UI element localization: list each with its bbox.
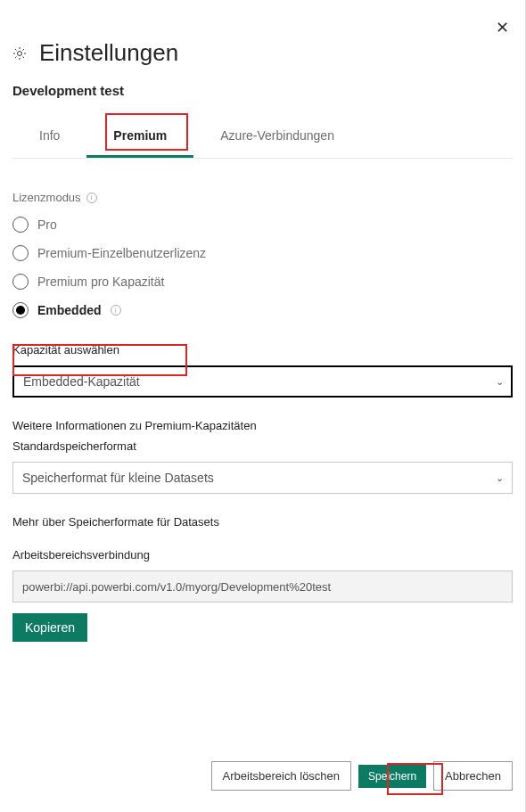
connection-input[interactable] bbox=[12, 570, 513, 603]
storage-more-link[interactable]: Mehr über Speicherformate für Datasets bbox=[12, 515, 513, 529]
dialog-footer: Arbeitsbereich löschen Speichern Abbrech… bbox=[211, 761, 513, 791]
svg-point-0 bbox=[18, 51, 22, 55]
cancel-button[interactable]: Abbrechen bbox=[433, 761, 513, 791]
premium-info-link[interactable]: Weitere Informationen zu Premium-Kapazit… bbox=[12, 419, 513, 432]
radio-icon bbox=[12, 302, 29, 318]
tab-bar: Info Premium Azure-Verbindungen bbox=[12, 119, 513, 159]
gear-icon bbox=[12, 46, 27, 61]
info-icon[interactable]: i bbox=[111, 305, 121, 316]
radio-icon bbox=[12, 274, 29, 290]
license-radio-group: Pro Premium-Einzelbenutzerlizenz Premium… bbox=[12, 217, 513, 318]
radio-icon bbox=[12, 245, 29, 261]
connection-label: Arbeitsbereichsverbindung bbox=[12, 548, 513, 562]
storage-label: Standardspeicherformat bbox=[12, 439, 513, 453]
capacity-select[interactable]: Embedded-Kapazität bbox=[12, 365, 513, 398]
dialog-header: Einstellungen Development test Info Prem… bbox=[0, 0, 525, 159]
radio-label: Premium pro Kapazität bbox=[37, 275, 164, 289]
radio-pro[interactable]: Pro bbox=[12, 217, 513, 233]
page-title: Einstellungen bbox=[39, 39, 178, 67]
radio-icon bbox=[12, 217, 29, 233]
radio-ppu[interactable]: Premium-Einzelbenutzerlizenz bbox=[12, 245, 513, 261]
radio-embedded[interactable]: Embedded i bbox=[12, 302, 513, 318]
tab-premium[interactable]: Premium bbox=[86, 119, 193, 158]
license-mode-label: Lizenzmodus bbox=[12, 191, 81, 204]
tab-azure[interactable]: Azure-Verbindungen bbox=[193, 119, 361, 158]
delete-workspace-button[interactable]: Arbeitsbereich löschen bbox=[211, 761, 352, 791]
info-icon[interactable]: i bbox=[86, 193, 97, 203]
storage-select[interactable]: Speicherformat für kleine Datasets bbox=[12, 462, 513, 494]
radio-ppc[interactable]: Premium pro Kapazität bbox=[12, 274, 513, 290]
settings-content: Lizenzmodus i Pro Premium-Einzelbenutzer… bbox=[0, 159, 525, 642]
save-button[interactable]: Speichern bbox=[358, 765, 426, 788]
workspace-name: Development test bbox=[12, 83, 513, 98]
copy-button[interactable]: Kopieren bbox=[12, 613, 87, 642]
close-button[interactable]: ✕ bbox=[496, 18, 509, 37]
tab-info[interactable]: Info bbox=[12, 119, 86, 158]
radio-label: Pro bbox=[37, 217, 57, 232]
radio-label: Premium-Einzelbenutzerlizenz bbox=[37, 246, 206, 260]
capacity-label: Kapazität auswählen bbox=[12, 343, 513, 357]
radio-label: Embedded bbox=[37, 303, 102, 317]
